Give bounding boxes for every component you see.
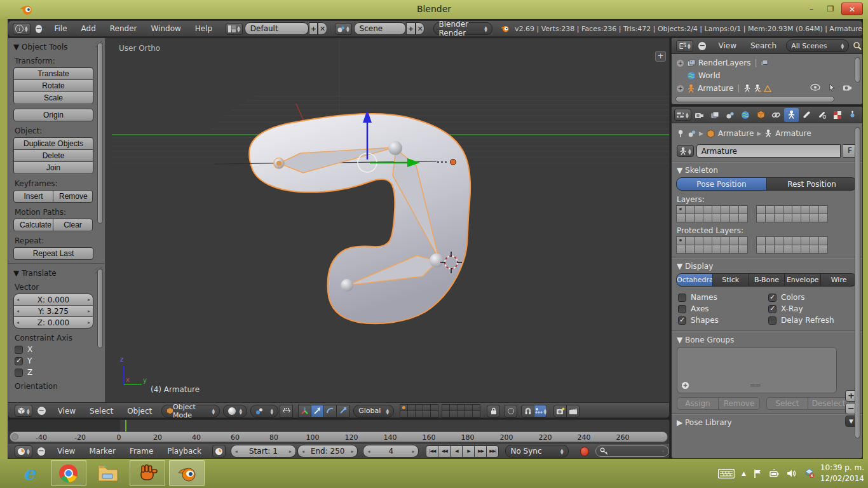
layer-cell[interactable] [685, 214, 695, 222]
remove-button[interactable]: Remove [718, 397, 760, 410]
current-frame-field[interactable]: ◂ 4 ▸ [363, 445, 419, 458]
previous-keyframe-button[interactable]: ◀◀ [438, 445, 451, 458]
renderlayers-label[interactable]: RenderLayers [698, 58, 750, 67]
delete-button[interactable]: Delete [13, 149, 93, 162]
breadcrumb-data-name[interactable]: Armature [775, 129, 811, 138]
rotate-manipulator-toggle[interactable] [323, 405, 337, 417]
pose-position-button[interactable]: Pose Position [676, 177, 767, 191]
layer-cell[interactable] [810, 205, 819, 214]
layer-cell[interactable] [676, 245, 686, 254]
taskbar-internet-explorer-icon[interactable]: e [11, 460, 47, 486]
menu-help[interactable]: Help [188, 21, 219, 36]
renderability-camera-icon[interactable] [843, 84, 852, 93]
tab-render-layers[interactable] [708, 108, 722, 122]
insert-keyframe-button[interactable]: Insert [13, 190, 53, 203]
object-tools-title[interactable]: ▼ Object Tools [13, 43, 100, 51]
visibility-eye-icon[interactable] [810, 84, 820, 93]
layer-cell[interactable] [729, 245, 739, 254]
decrement-icon[interactable]: ◂ [302, 449, 304, 454]
layer-cell[interactable] [792, 205, 801, 214]
layer-cell[interactable] [756, 245, 766, 254]
screen-layout-field[interactable]: Default [245, 22, 309, 35]
layer-cell[interactable] [818, 245, 828, 254]
screen-layout-button[interactable]: ▲▼ [226, 23, 243, 35]
layer-cell[interactable] [712, 236, 721, 245]
layer-cell[interactable] [792, 214, 801, 222]
layer-cell[interactable] [676, 205, 686, 214]
layer-cell[interactable] [712, 245, 721, 254]
axes-checkbox[interactable] [678, 305, 686, 313]
layer-cell[interactable] [738, 245, 748, 254]
layer-cell[interactable] [738, 205, 748, 214]
preview-range-toggle[interactable] [212, 445, 226, 458]
jump-to-start-button[interactable]: |◀◀ [426, 445, 438, 458]
layer-cell[interactable] [765, 245, 775, 254]
layer-cell[interactable] [694, 245, 703, 254]
collapse-menus-icon[interactable]: − [36, 25, 43, 33]
window-titlebar[interactable]: Blender – ❐ ✕ [0, 0, 868, 19]
layer-cell[interactable] [676, 236, 686, 245]
play-reverse-button[interactable]: ◀ [450, 445, 463, 458]
layer-cell[interactable] [801, 236, 810, 245]
layer-cell[interactable] [810, 245, 819, 254]
snap-element-select[interactable]: ▲▼ [534, 405, 547, 417]
vector-y-field[interactable]: ◂Y: 3.275▸ [13, 305, 93, 317]
translate-button[interactable]: Translate [13, 67, 93, 80]
armature-layers-grid-1[interactable] [677, 206, 748, 222]
transform-orientation-select[interactable]: Global ▲▼ [353, 405, 394, 417]
menu-view[interactable]: View [711, 38, 743, 53]
outliner-row-world[interactable]: World [677, 69, 862, 82]
lock-to-scene-toggle[interactable] [487, 405, 500, 417]
menu-marker[interactable]: Marker [82, 444, 122, 459]
calculate-paths-button[interactable]: Calculate [13, 219, 53, 231]
envelope-button[interactable]: Envelope [784, 273, 821, 287]
editor-type-view3d-button[interactable]: ▲▼ [15, 405, 32, 417]
properties-scrollbar[interactable] [855, 127, 860, 438]
scrollbar-nub[interactable] [11, 433, 18, 440]
layer-cell[interactable] [756, 214, 766, 222]
vector-z-field[interactable]: ◂Z: 0.000▸ [13, 316, 93, 329]
volume-speaker-icon[interactable] [787, 469, 797, 478]
world-label[interactable]: World [698, 71, 720, 80]
layer-cell[interactable] [756, 205, 766, 214]
decrement-icon[interactable]: ◂ [17, 308, 19, 314]
constraint-x-checkbox[interactable] [15, 346, 23, 354]
opengl-render-button[interactable] [553, 405, 567, 417]
browse-data-icon[interactable] [688, 130, 696, 137]
bone-groups-panel-header[interactable]: ▼ Bone Groups [677, 336, 857, 344]
layer-cell[interactable] [721, 245, 730, 254]
decrement-icon[interactable]: ◂ [367, 449, 370, 454]
timeline-ruler[interactable]: -40-200204060801001201401601802002202402… [10, 431, 668, 442]
layer-cell[interactable] [774, 214, 783, 222]
keying-set-field[interactable]: ◦ [595, 445, 669, 457]
layer-cell[interactable] [818, 236, 828, 245]
protected-layers-grid-2[interactable] [757, 237, 828, 254]
outliner-vscrollbar[interactable] [855, 57, 860, 83]
show-hidden-icons-button[interactable]: ▲ [742, 470, 746, 477]
tab-object[interactable] [754, 108, 768, 122]
layer-cell[interactable] [472, 410, 480, 417]
octahedral-button[interactable]: Octahedral [676, 273, 713, 287]
menu-select[interactable]: Select [83, 403, 120, 419]
taskbar-clock[interactable]: 10:39 p. m. 12/02/2014 [820, 463, 864, 484]
collapse-menus-icon[interactable]: − [37, 447, 45, 456]
timeline-track[interactable] [8, 420, 669, 431]
outliner-hscrollbar[interactable] [675, 96, 834, 102]
layer-cell[interactable] [729, 214, 739, 222]
tab-bone-constraints[interactable] [815, 108, 829, 122]
layer-cell[interactable] [783, 236, 792, 245]
layer-cell[interactable] [712, 205, 721, 214]
display-filter-select[interactable]: All Scenes ▲▼ [786, 39, 849, 52]
next-keyframe-button[interactable]: ▶▶ [474, 445, 487, 458]
armature-layers-grid-2[interactable] [757, 206, 828, 222]
resize-handle-icon[interactable]: ══ [750, 381, 761, 390]
layer-cell[interactable] [685, 205, 695, 214]
layers-grid-2[interactable] [442, 405, 480, 417]
layer-cell[interactable] [703, 236, 712, 245]
constraint-y-checkbox[interactable] [15, 357, 23, 365]
armature-mesh[interactable] [249, 114, 470, 323]
scale-button[interactable]: Scale [13, 92, 93, 104]
editor-type-info-button[interactable]: i ▲▼ [13, 23, 31, 35]
browse-armature-button[interactable]: ▲▼ [677, 145, 694, 157]
increment-icon[interactable]: ▸ [88, 320, 90, 325]
